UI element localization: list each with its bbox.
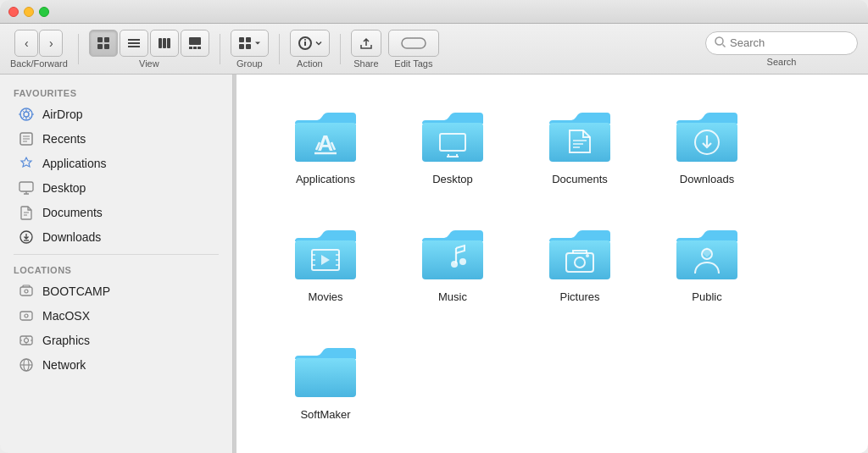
svg-point-52	[586, 254, 589, 257]
sidebar-item-downloads[interactable]: Downloads	[5, 225, 227, 249]
sidebar-item-recents[interactable]: Recents	[5, 127, 227, 151]
nav-label: Back/Forward	[10, 58, 68, 69]
svg-rect-0	[97, 37, 103, 42]
folder-documents[interactable]: Documents	[525, 100, 635, 192]
search-group: Search	[705, 31, 858, 67]
traffic-lights	[8, 7, 49, 17]
share-label: Share	[353, 58, 378, 69]
folder-pictures[interactable]: Pictures	[525, 218, 635, 310]
view-group: View	[89, 30, 209, 69]
graphics-icon	[19, 333, 34, 348]
share-button[interactable]	[351, 30, 381, 57]
action-button[interactable]	[290, 30, 330, 57]
content-area: A Applications	[236, 75, 868, 453]
applications-icon	[19, 156, 34, 171]
sidebar-item-desktop[interactable]: Desktop	[5, 176, 227, 200]
svg-rect-1	[104, 37, 109, 42]
svg-rect-4	[128, 39, 140, 41]
svg-rect-14	[239, 37, 244, 42]
sidebar-item-bootcamp[interactable]: BOOTCAMP	[5, 279, 227, 303]
toolbar-separator-4	[340, 34, 341, 64]
svg-rect-17	[246, 44, 251, 49]
main-area: Favourites AirDrop Recents	[0, 75, 868, 453]
edittags-button[interactable]	[388, 30, 439, 57]
svg-rect-27	[20, 312, 32, 320]
downloads-icon	[19, 229, 34, 245]
airdrop-icon	[19, 107, 34, 122]
network-icon	[19, 357, 34, 373]
view-gallery-button[interactable]	[181, 30, 209, 57]
view-column-button[interactable]	[150, 30, 179, 57]
toolbar-separator-1	[78, 34, 79, 64]
folder-applications[interactable]: A Applications	[270, 100, 381, 192]
back-button[interactable]: ‹	[14, 30, 38, 57]
locations-header: Locations	[0, 260, 232, 279]
sidebar-airdrop-label: AirDrop	[42, 108, 82, 121]
svg-rect-16	[239, 44, 244, 49]
view-list-button[interactable]	[120, 30, 148, 57]
toolbar-separator-2	[220, 34, 220, 64]
share-group: Share	[351, 30, 381, 69]
svg-rect-3	[104, 44, 109, 49]
svg-rect-8	[163, 38, 166, 48]
svg-point-47	[451, 261, 458, 268]
svg-rect-55	[295, 358, 356, 397]
svg-rect-11	[189, 47, 192, 49]
desktop-icon	[19, 180, 34, 196]
forward-button[interactable]: ›	[39, 30, 63, 57]
folder-public[interactable]: Public	[652, 218, 762, 310]
sidebar-network-label: Network	[42, 358, 86, 372]
view-label: View	[139, 58, 159, 69]
folder-pictures-name: Pictures	[560, 290, 600, 303]
sidebar-downloads-label: Downloads	[42, 230, 101, 244]
svg-rect-2	[97, 44, 103, 49]
toolbar-separator-3	[279, 34, 280, 64]
folder-softmaker[interactable]: SoftMaker	[270, 335, 381, 428]
svg-rect-12	[193, 47, 197, 49]
search-label: Search	[767, 57, 797, 67]
svg-rect-15	[246, 37, 251, 42]
folder-softmaker-name: SoftMaker	[300, 408, 350, 421]
svg-rect-46	[422, 240, 483, 279]
group-buttons	[231, 30, 269, 57]
sidebar-item-macosx[interactable]: MacOSX	[5, 304, 227, 328]
group-group: Group	[231, 30, 269, 69]
folder-applications-name: Applications	[296, 173, 355, 185]
svg-point-28	[25, 314, 28, 318]
folder-downloads[interactable]: Downloads	[652, 100, 762, 192]
sidebar-item-airdrop[interactable]: AirDrop	[5, 102, 227, 126]
macosx-icon	[19, 308, 34, 323]
svg-rect-6	[128, 46, 140, 47]
svg-rect-18	[402, 38, 426, 48]
svg-rect-9	[167, 38, 170, 48]
folder-desktop[interactable]: Desktop	[398, 100, 508, 192]
sidebar-item-graphics[interactable]: Graphics	[5, 329, 227, 352]
folder-movies[interactable]: Movies	[270, 218, 381, 310]
svg-rect-5	[128, 42, 140, 44]
sidebar-item-network[interactable]: Network	[5, 353, 227, 377]
search-input[interactable]	[730, 36, 849, 49]
close-button[interactable]	[8, 7, 19, 17]
sidebar-item-documents[interactable]: Documents	[5, 201, 227, 224]
nav-group: ‹ › Back/Forward	[10, 30, 68, 69]
svg-point-19	[715, 37, 723, 45]
svg-rect-41	[549, 123, 610, 162]
folder-music[interactable]: Music	[398, 218, 508, 310]
view-icon-button[interactable]	[89, 30, 118, 57]
folder-downloads-name: Downloads	[680, 173, 734, 185]
sidebar-item-applications[interactable]: Applications	[5, 152, 227, 175]
action-group: Action	[290, 30, 330, 69]
bootcamp-icon	[19, 284, 34, 299]
folder-movies-name: Movies	[308, 290, 342, 303]
folder-grid: A Applications	[270, 100, 834, 428]
sidebar-bootcamp-label: BOOTCAMP	[42, 285, 110, 298]
group-label: Group	[236, 58, 263, 69]
svg-rect-23	[19, 182, 33, 191]
sidebar-macosx-label: MacOSX	[42, 309, 90, 323]
maximize-button[interactable]	[39, 7, 49, 17]
group-button[interactable]	[231, 30, 269, 57]
minimize-button[interactable]	[24, 7, 34, 17]
view-buttons	[89, 30, 209, 57]
edittags-label: Edit Tags	[394, 58, 432, 69]
search-box[interactable]	[705, 31, 858, 55]
